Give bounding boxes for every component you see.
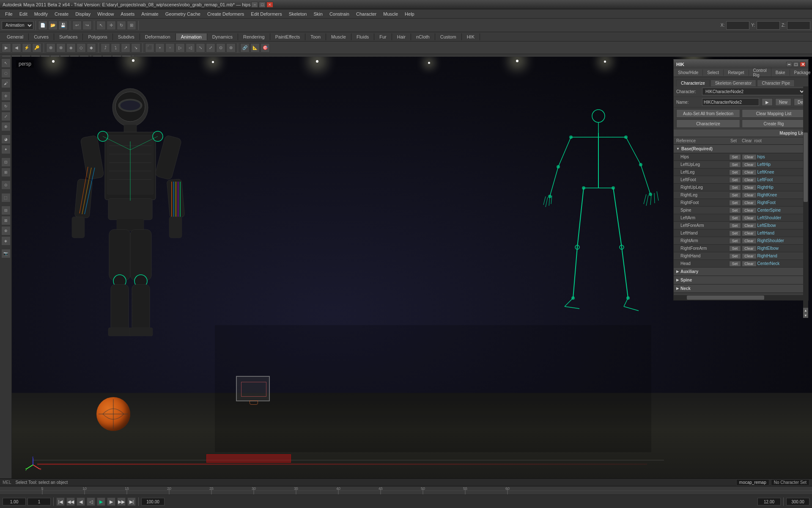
set-leftfoot-btn[interactable]: Set	[729, 177, 741, 183]
clear-mapping-btn[interactable]: Clear Mapping List	[742, 109, 806, 118]
camera-tools-btn[interactable]: 📷	[1, 249, 11, 258]
hik-maximize-btn[interactable]: □	[793, 62, 799, 67]
clear-lefthand-btn[interactable]: Clear	[742, 230, 757, 236]
anim-btn-10[interactable]: ⤴	[101, 43, 110, 52]
clear-leftarm-btn[interactable]: Clear	[742, 215, 757, 221]
anim-btn-25[interactable]: 🎯	[261, 43, 270, 52]
hik-close-btn[interactable]: ✕	[800, 62, 806, 67]
create-joint-btn[interactable]: ⊡	[1, 157, 11, 167]
anim-btn-11[interactable]: ⤵	[111, 43, 120, 52]
anim-btn-22[interactable]: ⊚	[226, 43, 236, 52]
clear-head-btn[interactable]: Clear	[742, 261, 757, 267]
rotate-tool[interactable]: ↻	[117, 21, 126, 30]
anim-btn-21[interactable]: ⊙	[216, 43, 225, 52]
anim-btn-16[interactable]: ▫	[165, 43, 175, 52]
rotate-tool-btn[interactable]: ↻	[1, 102, 11, 111]
menu-muscle[interactable]: Muscle	[380, 11, 401, 17]
auto-set-btn[interactable]: Auto-Set All from Selection	[676, 109, 740, 118]
tab-hair[interactable]: Hair	[392, 33, 411, 40]
y-input[interactable]	[757, 21, 780, 30]
hik-menu-select[interactable]: Select	[703, 69, 724, 76]
current-frame-field[interactable]	[27, 498, 51, 505]
close-button[interactable]: ✕	[266, 2, 273, 8]
play-fwd-btn[interactable]: ▶	[97, 497, 105, 506]
anim-btn-12[interactable]: ↗	[121, 43, 130, 52]
hik-menu-bake[interactable]: Bake	[771, 69, 790, 76]
end-total-field[interactable]	[786, 498, 809, 505]
tab-animation[interactable]: Animation	[176, 33, 207, 40]
menu-help[interactable]: Help	[401, 11, 418, 17]
character-dropdown[interactable]: HIKCharacterNode2	[702, 88, 806, 95]
hik-tab-characterize[interactable]: Characterize	[676, 80, 710, 86]
tab-curves[interactable]: Curves	[29, 33, 54, 40]
clear-leftfoot-btn[interactable]: Clear	[742, 177, 757, 183]
anim-btn-2[interactable]: ◀	[12, 43, 21, 52]
set-leftarm-btn[interactable]: Set	[729, 215, 741, 221]
clear-hips-btn[interactable]: Clear	[742, 154, 757, 160]
x-input[interactable]	[726, 21, 749, 30]
go-end-btn[interactable]: ▶|	[127, 497, 136, 506]
menu-modify[interactable]: Modify	[31, 11, 51, 17]
tab-ncloth[interactable]: nCloth	[411, 33, 435, 40]
spine-header[interactable]: ▶ Spine	[674, 276, 808, 284]
hik-tab-char-pipe[interactable]: Character Pipe	[757, 80, 795, 86]
hik-scrollbar[interactable]	[803, 86, 808, 318]
anim-btn-24[interactable]: 📐	[250, 43, 260, 52]
menu-character[interactable]: Character	[353, 11, 380, 17]
neck-header[interactable]: ▶ Neck	[674, 284, 808, 293]
clear-rightforearm-btn[interactable]: Clear	[742, 246, 757, 251]
menu-display[interactable]: Display	[72, 11, 94, 17]
tab-toon[interactable]: Toon	[305, 33, 326, 40]
menu-edit[interactable]: Edit	[16, 11, 31, 17]
anim-btn-19[interactable]: ⤡	[196, 43, 205, 52]
menu-createdef[interactable]: Create Deformers	[204, 11, 247, 17]
anim-btn-1[interactable]: ▶	[2, 43, 11, 52]
tab-deformation[interactable]: Deformation	[140, 33, 176, 40]
menu-geomcache[interactable]: Geometry Cache	[162, 11, 204, 17]
menu-skeleton[interactable]: Skeleton	[285, 11, 310, 17]
set-spine-btn[interactable]: Set	[729, 207, 741, 213]
tab-subdivs[interactable]: Subdivs	[113, 33, 140, 40]
clear-rightfoot-btn[interactable]: Clear	[742, 200, 757, 206]
move-tool[interactable]: ✛	[107, 21, 116, 30]
hik-menu-showhide[interactable]: Show/Hide	[674, 69, 703, 76]
tab-rendering[interactable]: Rendering	[238, 33, 270, 40]
timeline-start-field[interactable]	[3, 498, 26, 505]
tab-painteffects[interactable]: PaintEffects	[270, 33, 306, 40]
snap-to-grid-btn[interactable]: ⊟	[1, 206, 11, 215]
scale-tool-btn[interactable]: ⤢	[1, 112, 11, 121]
clear-leftforearm-btn[interactable]: Clear	[742, 223, 757, 229]
clear-leftupleg-btn[interactable]: Clear	[742, 162, 757, 168]
tab-general[interactable]: General	[2, 33, 29, 40]
move-tool-btn[interactable]: ✛	[1, 91, 11, 101]
open-scene-button[interactable]: 📂	[48, 21, 58, 30]
play-back-btn[interactable]: ◁	[87, 497, 95, 506]
tab-custom[interactable]: Custom	[435, 33, 462, 40]
anim-btn-15[interactable]: ▪	[155, 43, 165, 52]
anim-btn-13[interactable]: ↘	[131, 43, 140, 52]
nav-arrow-btn[interactable]: ▶	[762, 98, 773, 106]
new-scene-button[interactable]: 📄	[38, 21, 47, 30]
new-character-btn[interactable]: New	[775, 98, 791, 106]
hik-tab-skeleton-gen[interactable]: Skeleton Generator	[710, 80, 757, 86]
hik-scroll-thumb[interactable]	[804, 133, 808, 202]
tab-hik[interactable]: HIK	[462, 33, 480, 40]
timeline-ruler[interactable]: 5 10 15 20 25 30 35 40 45 50 55 60	[0, 486, 812, 495]
menu-create[interactable]: Create	[51, 11, 72, 17]
step-back-btn[interactable]: ◀◀	[66, 497, 75, 506]
hik-menu-controlrig[interactable]: Control Rig	[749, 67, 771, 78]
hik-menu-package[interactable]: Package	[790, 69, 812, 76]
soft-mod-btn[interactable]: ◕	[1, 135, 11, 144]
name-field[interactable]	[702, 98, 759, 106]
hik-horizontal-scrollbar[interactable]	[674, 295, 803, 300]
tab-surfaces[interactable]: Surfaces	[54, 33, 83, 40]
menu-constrain[interactable]: Constrain	[326, 11, 353, 17]
menu-skin[interactable]: Skin	[310, 11, 326, 17]
scroll-up-btn[interactable]: ▲	[803, 308, 808, 313]
scroll-down-btn[interactable]: ▼	[803, 313, 808, 318]
hik-menu-retarget[interactable]: Retarget	[724, 69, 749, 76]
anim-btn-14[interactable]: ⬛	[145, 43, 154, 52]
snap-to-point-btn[interactable]: ⊕	[1, 226, 11, 235]
step-fwd-btn[interactable]: ▶▶	[117, 497, 126, 506]
go-start-btn[interactable]: |◀	[56, 497, 65, 506]
